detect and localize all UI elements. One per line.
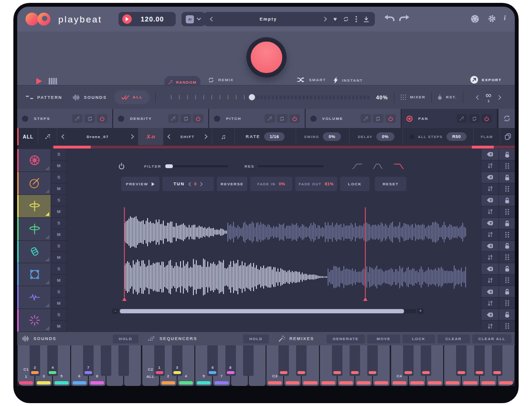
lock-icon[interactable] [499,195,515,206]
randomize-icon[interactable] [361,114,371,123]
black-key-7[interactable]: 7 [83,345,94,376]
mute-button-track-2[interactable]: M [51,183,66,195]
sample-prev-button[interactable] [61,134,64,139]
grid-dots-icon[interactable] [499,275,515,286]
tab-sounds[interactable]: SOUNDS [73,94,106,101]
track-fx-burst[interactable] [17,309,51,332]
param-tab-radio[interactable] [118,116,124,122]
black-key-3[interactable]: 3 [172,345,182,376]
grid-dots-icon[interactable] [499,298,515,309]
sample-mute-icon[interactable] [481,149,499,160]
lock-icon[interactable] [499,241,515,252]
flow-slider[interactable] [171,94,370,100]
remix-mode-button[interactable]: REMIX [208,77,234,83]
lock-icon[interactable] [499,149,515,160]
randomize-icon[interactable] [72,114,83,123]
tab-pattern[interactable]: PATTERN [26,95,62,100]
mute-button-track-3[interactable]: M [51,206,66,218]
export-button[interactable]: EXPORT [470,75,501,84]
sample-marker-handle[interactable] [122,297,127,301]
preset-next-button[interactable] [324,17,327,21]
mute-button-track-7[interactable]: M [51,298,66,309]
shift-right-button[interactable] [204,134,208,139]
solo-button-track-6[interactable]: S [51,263,66,275]
trigger-pad[interactable] [247,38,286,77]
grid-dots-icon[interactable] [499,252,515,263]
sample-mute-icon[interactable] [481,195,499,206]
filter-power-icon[interactable] [118,163,125,170]
param-tab-radio[interactable] [310,116,317,122]
tune-up-button[interactable] [200,182,203,186]
swap-arrows-icon[interactable] [481,252,499,263]
cycle-icon[interactable] [469,114,479,123]
param-tab-volume[interactable]: VOLUME [306,109,401,128]
black-key-C3-4[interactable] [367,345,378,376]
solo-button-track-4[interactable]: S [51,218,66,229]
swap-arrows-icon[interactable] [481,183,499,195]
sample-mute-icon[interactable] [481,263,499,275]
solo-button-track-5[interactable]: S [51,241,66,252]
track-hihat-open[interactable] [17,218,51,241]
lock-icon[interactable] [499,263,515,275]
flow-slider-thumb[interactable] [249,94,255,100]
info-icon[interactable]: i [504,14,506,22]
solo-button-track-7[interactable]: S [51,286,66,298]
bandpass-filter-icon[interactable] [372,163,383,170]
grid-dots-icon[interactable] [499,229,515,241]
mute-button-track-6[interactable]: M [51,275,66,286]
transport-play-icon[interactable] [36,77,43,85]
power-icon[interactable] [385,114,396,123]
param-tab-pitch[interactable]: PITCH [209,109,304,128]
power-icon[interactable] [97,114,107,123]
midi-icon[interactable] [470,14,479,23]
play-icon[interactable] [122,14,132,24]
grid-dots-icon[interactable] [499,160,515,172]
lock-icon[interactable] [499,172,515,183]
lock-button[interactable]: LOCK [340,177,370,191]
chevron-left-icon[interactable] [476,95,479,100]
black-key-C3-1[interactable] [296,345,307,376]
swap-arrows-icon[interactable] [481,206,499,218]
track-snare-drum[interactable] [17,172,51,195]
more-options-icon[interactable] [355,16,357,22]
sample-mute-icon[interactable] [481,309,499,321]
filter-slider[interactable] [165,165,228,167]
sample-name[interactable]: Drone_07 [86,135,108,139]
clear-all-button[interactable]: CLEAR ALL [472,334,512,343]
solo-button-track-2[interactable]: S [51,172,66,183]
hold-button[interactable]: HOLD [514,334,515,343]
swing-value[interactable]: 0% [323,132,341,141]
waveform-scrollbar[interactable]: - + [112,309,424,314]
randomize-sample-button[interactable] [38,128,57,145]
swap-arrows-icon[interactable] [481,160,499,172]
solo-button-track-3[interactable]: S [51,195,66,206]
track-tom[interactable] [17,263,51,286]
lowpass-filter-icon[interactable] [394,163,404,170]
smart-mode-button[interactable]: SMART [297,77,326,83]
cycle-icon[interactable] [85,114,95,123]
preset-name[interactable]: Empty [219,17,318,21]
fade-in-control[interactable]: FADE IN 0% [250,177,292,191]
swap-arrows-icon[interactable] [481,298,499,309]
preview-button[interactable]: PREVIEW [121,177,160,191]
black-key-C3-0[interactable] [278,345,289,376]
note-length-icon[interactable]: ♫ [212,128,235,145]
mute-button-track-4[interactable]: M [51,229,66,241]
param-tab-radio[interactable] [22,116,28,122]
all-steps-radio[interactable] [410,135,414,139]
param-tab-steps[interactable]: STEPS [17,109,112,128]
solo-button-track-1[interactable]: S [51,149,66,160]
black-key-C4-3[interactable] [474,345,485,376]
black-key-C2-4[interactable] [243,345,254,376]
gear-icon[interactable] [488,14,496,23]
tune-control[interactable]: TUN 0 [162,177,214,191]
zoom-out-button[interactable]: - [112,309,118,314]
preset-prev-button[interactable] [210,17,213,21]
track-hihat-closed[interactable] [17,195,51,218]
zoom-in-button[interactable]: + [417,309,424,314]
tune-down-button[interactable] [188,182,191,186]
black-key-4[interactable]: 4 [47,345,58,376]
black-key-2[interactable]: 2 [30,345,40,376]
swap-arrows-icon[interactable] [481,275,499,286]
grid-dots-icon[interactable] [499,183,515,195]
